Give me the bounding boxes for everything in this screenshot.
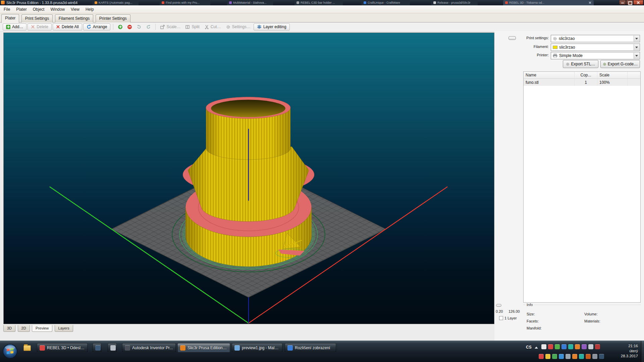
taskbar-app-pinned-1[interactable] — [93, 343, 101, 352]
delete-button[interactable]: Delete — [28, 23, 52, 31]
layers-icon — [257, 25, 262, 29]
tab-2d[interactable]: 2D — [18, 325, 30, 332]
tray-icon[interactable] — [595, 344, 600, 349]
tab-layers[interactable]: Layers — [55, 325, 73, 332]
menu-file[interactable]: File — [1, 6, 13, 13]
browser-tab[interactable]: Find points with my Pru... — [160, 0, 210, 5]
browser-tab[interactable]: REBEL C3D bar holder ... — [294, 0, 343, 5]
delete-icon — [31, 25, 35, 29]
taskbar-app-paint[interactable]: preview1.jpg - Malov... — [232, 343, 282, 352]
object-list[interactable]: Name Cop... Scale funo.stl 1 100% — [523, 71, 641, 303]
tab-preview[interactable]: Preview — [32, 325, 52, 332]
menu-object[interactable]: Object — [30, 6, 48, 13]
one-layer-checkbox[interactable] — [499, 316, 503, 320]
tab-filament-settings[interactable]: Filament Settings — [55, 14, 94, 22]
3d-preview-canvas[interactable] — [4, 33, 494, 324]
preview-viewport[interactable] — [3, 33, 494, 324]
settings-button[interactable]: Settings… — [224, 23, 253, 31]
tray-icon[interactable] — [599, 354, 604, 359]
tray-icon[interactable] — [539, 354, 544, 359]
taskbar-app-display-settings[interactable]: Rozlišení zobrazení — [285, 343, 336, 352]
browser-tab[interactable]: MultiMaterial - Stahova... — [227, 0, 273, 5]
scale-button[interactable]: Scale… — [158, 23, 182, 31]
object-name-cell[interactable]: funo.stl — [524, 79, 575, 86]
column-name[interactable]: Name — [524, 72, 575, 78]
tray-icon[interactable] — [561, 344, 567, 349]
increase-copies-button[interactable] — [116, 23, 124, 31]
maximize-button[interactable] — [626, 0, 633, 5]
close-button[interactable] — [633, 0, 643, 5]
tray-icon[interactable] — [588, 344, 593, 349]
browser-tab[interactable]: Release - prusa3d/Slic3r — [431, 0, 478, 5]
object-row[interactable]: funo.stl 1 100% — [524, 79, 640, 86]
favicon — [505, 1, 508, 4]
column-scale[interactable]: Scale — [597, 72, 628, 78]
arrange-button[interactable]: Arrange — [83, 23, 111, 31]
tray-icon[interactable] — [545, 354, 550, 359]
menu-help[interactable]: Help — [83, 6, 97, 13]
object-copies-cell[interactable]: 1 — [575, 79, 597, 86]
add-button[interactable]: Add… — [3, 23, 26, 31]
tray-icon[interactable] — [592, 354, 597, 359]
taskbar: REBEL 3D • Odeslat o... Autodesk Invento… — [0, 341, 644, 362]
taskbar-app-label: preview1.jpg - Malov... — [242, 346, 280, 350]
print-settings-select[interactable]: slic3rzao — [551, 35, 640, 42]
tab-print-settings[interactable]: Print Settings — [21, 14, 53, 22]
split-button[interactable]: Split — [183, 23, 201, 31]
decrease-copies-button[interactable] — [125, 23, 134, 31]
layer-slider-bottom-thumb[interactable] — [496, 304, 501, 307]
export-gcode-button[interactable]: Export G-code… — [600, 60, 640, 68]
browser-tab[interactable]: CraftUnique - CraftWare — [362, 0, 410, 5]
taskbar-app-pinned-2[interactable] — [108, 343, 117, 352]
rotate-cw-button[interactable] — [144, 23, 153, 31]
browser-tab[interactable]: KARTS (Automatic pag... — [93, 0, 139, 5]
tray-icon[interactable] — [582, 344, 587, 349]
column-copies[interactable]: Cop... — [575, 72, 597, 78]
tray-icon[interactable] — [555, 344, 560, 349]
printer-select[interactable]: Simple Mode — [551, 52, 640, 59]
tray-icon[interactable] — [559, 354, 564, 359]
cut-button[interactable]: Cut… — [203, 23, 223, 31]
object-scale-cell[interactable]: 100% — [597, 79, 628, 86]
taskbar-app-slic3r[interactable]: Slic3r Prusa Edition - ... — [177, 343, 230, 352]
dropdown-arrow-icon[interactable] — [634, 53, 639, 59]
info-size-label: Size: — [527, 312, 535, 316]
tab-3d[interactable]: 3D — [3, 325, 15, 332]
tab-close-icon[interactable] — [588, 1, 592, 4]
layer-editing-button[interactable]: Layer editing — [254, 23, 290, 31]
tray-icon[interactable] — [548, 344, 553, 349]
tab-plater[interactable]: Plater — [1, 14, 19, 23]
tray-icon[interactable] — [566, 354, 571, 359]
tray-icon[interactable] — [579, 354, 584, 359]
object-filler-cell — [628, 79, 640, 86]
delete-all-button[interactable]: Delete All — [53, 23, 82, 31]
explorer-folder-icon[interactable] — [23, 345, 31, 351]
tray-expand-icon[interactable] — [535, 347, 538, 349]
export-stl-button[interactable]: Export STL… — [563, 60, 598, 68]
rotate-ccw-button[interactable] — [135, 23, 143, 31]
tray-icon[interactable] — [575, 344, 580, 349]
right-panel: 0.20 126.00 1 Layer Print settings: slic… — [494, 31, 644, 341]
arrange-label: Arrange — [93, 24, 107, 29]
tray-icon[interactable] — [568, 344, 573, 349]
dropdown-arrow-icon[interactable] — [634, 36, 639, 42]
browser-tab-active[interactable]: REBEL 3D - Tiskarna od... — [503, 0, 594, 5]
taskbar-app-inventor[interactable]: Autodesk Inventor Pr... — [122, 343, 176, 352]
tab-printer-settings[interactable]: Printer Settings — [96, 14, 130, 22]
filament-select[interactable]: slic3rzao — [551, 44, 640, 51]
show-desktop-button[interactable] — [641, 341, 644, 362]
dropdown-arrow-icon[interactable] — [634, 44, 639, 50]
menu-view[interactable]: View — [68, 6, 83, 13]
taskbar-app-browser[interactable]: REBEL 3D • Odeslat o... — [37, 343, 88, 352]
minimize-button[interactable] — [619, 0, 626, 5]
start-button[interactable] — [2, 343, 18, 359]
menu-plater[interactable]: Plater — [13, 6, 30, 13]
tray-icon[interactable] — [586, 354, 591, 359]
tray-icon[interactable] — [572, 354, 577, 359]
language-indicator[interactable]: CS — [526, 345, 532, 350]
clock[interactable]: 21:16 úterý 28.3.2017 — [621, 344, 638, 359]
gear-icon — [226, 25, 230, 29]
menu-window[interactable]: Window — [47, 6, 68, 13]
tray-icon[interactable] — [541, 344, 546, 349]
tray-icon[interactable] — [552, 354, 557, 359]
